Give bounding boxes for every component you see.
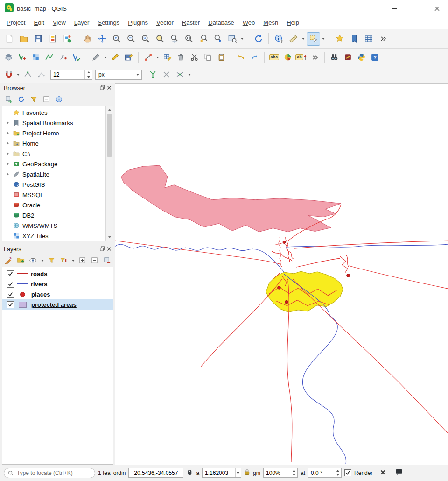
add-mesh-layer-button[interactable] <box>43 51 56 64</box>
browser-item-db2[interactable]: DB2 <box>2 210 105 220</box>
layer-diagram-button[interactable] <box>281 51 294 64</box>
new-map-view-button[interactable] <box>225 32 239 46</box>
locate-box[interactable] <box>4 468 95 478</box>
browser-item-spatial-bookmarks[interactable]: Spatial Bookmarks <box>2 118 105 128</box>
browser-item-wms-wmts[interactable]: WMS/WMTS <box>2 220 105 231</box>
delete-selected-button[interactable] <box>175 51 187 64</box>
map-canvas[interactable] <box>115 83 448 465</box>
browser-scrollbar[interactable] <box>105 106 113 240</box>
maximize-button[interactable] <box>405 0 426 16</box>
browser-item-home[interactable]: Home <box>2 138 105 149</box>
paste-features-button[interactable] <box>215 51 228 64</box>
measure-button[interactable] <box>287 32 300 46</box>
data-source-manager-button[interactable] <box>2 51 15 64</box>
zoom-to-selection-button[interactable] <box>153 32 167 46</box>
save-layer-edits-button[interactable] <box>122 51 135 64</box>
save-project-button[interactable] <box>31 32 45 46</box>
extent-icon[interactable] <box>186 469 193 477</box>
close-button[interactable] <box>426 0 448 16</box>
layer-checkbox[interactable] <box>7 281 14 288</box>
snap-segment-mode-button[interactable] <box>35 69 48 81</box>
lock-scale-icon[interactable] <box>244 469 250 477</box>
select-features-button[interactable] <box>307 32 320 46</box>
redo-button[interactable] <box>248 51 261 64</box>
layer-labeling-button[interactable]: abc <box>268 51 280 64</box>
expand-all-button[interactable] <box>77 255 88 266</box>
new-bookmark-button[interactable] <box>333 32 346 46</box>
zoom-full-button[interactable] <box>139 32 152 46</box>
snapping-units-combo[interactable]: px <box>95 70 142 80</box>
layer-row-roads[interactable]: roads <box>2 269 113 279</box>
magnifier-input[interactable] <box>264 468 290 477</box>
magnifier-steppers[interactable] <box>290 468 297 477</box>
undo-button[interactable] <box>235 51 247 64</box>
layer-row-rivers[interactable]: rivers <box>2 279 113 289</box>
pin-labels-button[interactable]: ab <box>295 51 308 64</box>
filter-expression-dropdown[interactable] <box>72 260 75 262</box>
snap-on-intersection-button[interactable] <box>174 69 186 81</box>
enable-snapping-button[interactable] <box>2 69 15 81</box>
python-console-button[interactable] <box>355 51 368 64</box>
place-search-button[interactable] <box>328 51 341 64</box>
render-checkbox[interactable] <box>344 469 351 476</box>
zoom-next-button[interactable] <box>211 32 224 46</box>
menu-plugins[interactable]: Plugins <box>124 18 152 28</box>
menu-settings[interactable]: Settings <box>93 18 124 28</box>
layers-float-button[interactable] <box>100 246 105 253</box>
vertex-tool-dropdown[interactable] <box>156 57 159 58</box>
show-bookmarks-button[interactable] <box>347 32 361 46</box>
layer-checkbox[interactable] <box>7 270 14 277</box>
scroll-down-arrow[interactable] <box>106 233 113 240</box>
avoid-intersections-button[interactable] <box>160 69 173 81</box>
identify-features-button[interactable] <box>272 32 286 46</box>
current-edits-button[interactable] <box>90 51 102 64</box>
locate-input[interactable] <box>16 469 91 477</box>
browser-item-spatialite[interactable]: SpatiaLite <box>2 169 105 179</box>
menu-database[interactable]: Database <box>204 18 238 28</box>
filter-by-expression-button[interactable] <box>58 255 70 266</box>
layer-row-places[interactable]: places <box>2 289 113 299</box>
stop-rendering-icon[interactable] <box>380 469 386 477</box>
browser-float-button[interactable] <box>100 85 105 92</box>
collapse-all-button[interactable] <box>41 94 52 105</box>
pan-to-selection-button[interactable] <box>95 32 109 46</box>
menu-edit[interactable]: Edit <box>29 18 48 28</box>
toolbar-overflow-chevron[interactable] <box>308 51 321 64</box>
map-themes-dropdown[interactable] <box>41 260 44 262</box>
scrollbar-thumb[interactable] <box>107 114 112 157</box>
scale-combo[interactable] <box>202 468 241 478</box>
toolbar-overflow-chevron[interactable] <box>376 32 390 46</box>
zoom-in-button[interactable] <box>110 32 123 46</box>
browser-item-postgis[interactable]: PostGIS <box>2 179 105 190</box>
select-features-dropdown[interactable] <box>322 38 325 40</box>
zoom-last-button[interactable] <box>196 32 210 46</box>
add-group-button[interactable] <box>15 255 27 266</box>
browser-item-oracle[interactable]: Oracle <box>2 200 105 210</box>
filter-browser-button[interactable] <box>28 94 39 105</box>
collapse-all-layers-button[interactable] <box>89 255 100 266</box>
menu-view[interactable]: View <box>49 18 70 28</box>
add-delimited-text-button[interactable] <box>56 51 69 64</box>
messages-icon[interactable] <box>395 469 403 477</box>
scale-input[interactable] <box>203 469 235 477</box>
modify-attributes-button[interactable] <box>161 51 174 64</box>
layer-checkbox[interactable] <box>7 301 14 308</box>
topological-editing-button[interactable] <box>147 69 159 81</box>
menu-mesh[interactable]: Mesh <box>259 18 282 28</box>
snapping-tolerance-input[interactable] <box>51 70 84 79</box>
browser-item-geopackage[interactable]: GeoPackage <box>2 159 105 169</box>
manage-map-themes-button[interactable] <box>28 255 39 266</box>
properties-widget-button[interactable] <box>53 94 64 105</box>
attribute-table-button[interactable] <box>362 32 375 46</box>
vertex-tool-button[interactable] <box>142 51 154 64</box>
open-layer-styling-button[interactable] <box>3 255 14 266</box>
new-map-view-dropdown[interactable] <box>241 38 244 40</box>
browser-item-favorites[interactable]: Favorites <box>2 107 105 118</box>
show-layout-manager-button[interactable] <box>60 32 74 46</box>
rotation-input[interactable] <box>308 468 334 477</box>
new-project-button[interactable] <box>2 32 16 46</box>
browser-item-c-drive[interactable]: C:\ <box>2 149 105 159</box>
add-vector-layer-button[interactable] <box>16 51 28 64</box>
snap-on-intersection-dropdown[interactable] <box>188 74 191 76</box>
coordinate-input[interactable] <box>129 469 183 477</box>
